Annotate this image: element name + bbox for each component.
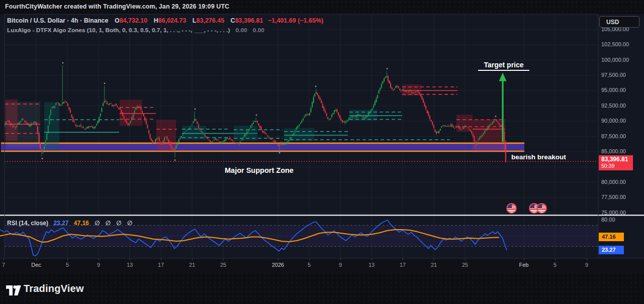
- time-tick-mark: [67, 258, 68, 260]
- price-tick-label: 97,500.00: [601, 72, 626, 78]
- indicator-value-1: 0.00: [236, 27, 247, 34]
- indicator-value-2: 0.00: [253, 27, 264, 34]
- price-tick-label: 75,000.00: [601, 210, 626, 216]
- price-tick-label: 92,500.00: [601, 103, 626, 109]
- rsi-legend[interactable]: RSI (14, close) 23.27 47.16 ∅ ∅ ∅ ∅: [7, 220, 134, 227]
- rsi-ma-tag: 47.16: [599, 233, 624, 241]
- ohlc-low-value: 83,276.45: [197, 17, 225, 24]
- creator-banner: FourthCityWatcher created with TradingVi…: [5, 3, 229, 10]
- time-tick-label: 13: [119, 262, 141, 268]
- us-flag-event-icon[interactable]: [536, 203, 547, 214]
- time-tick-mark: [524, 258, 524, 260]
- us-flag-event-icon[interactable]: [506, 203, 517, 214]
- price-tick-label: 85,000.00: [601, 148, 626, 154]
- footer-bar: [0, 273, 644, 304]
- rsi-current-value: 23.27: [53, 220, 68, 227]
- target-price-annotation[interactable]: Target price: [478, 61, 530, 69]
- price-axis[interactable]: 105,000.00102,500.00100,000.0097,500.009…: [599, 0, 644, 304]
- time-tick-label: 9: [576, 262, 598, 268]
- time-tick-mark: [340, 258, 341, 260]
- time-tick-mark: [309, 258, 310, 260]
- time-tick-mark: [161, 258, 161, 260]
- time-tick-mark: [587, 258, 587, 260]
- time-tick-label: 5: [544, 262, 566, 268]
- indicator-legend[interactable]: LuxAlgo - DTFX Algo Zones (10, 1, Both, …: [7, 27, 264, 34]
- target-price-underline: [478, 70, 529, 71]
- symbol-title: Bitcoin / U.S. Dollar · 4h · Binance: [7, 17, 108, 24]
- time-tick-label: 9: [329, 262, 351, 268]
- rsi-empty-values: ∅ ∅ ∅ ∅: [95, 220, 134, 227]
- time-tick-mark: [99, 258, 99, 260]
- rsi-current-tag: 23.27: [599, 246, 624, 254]
- currency-toggle-button[interactable]: USD: [599, 16, 639, 28]
- time-tick-label: Dec: [25, 262, 47, 268]
- ohlc-close-key: C: [231, 17, 235, 24]
- ohlc-close-value: 83,396.81: [235, 17, 263, 24]
- price-tick-label: 102,500.00: [601, 41, 629, 47]
- time-tick-label: 17: [392, 262, 414, 268]
- time-tick-mark: [4, 258, 4, 260]
- ohlc-high-key: H: [154, 17, 158, 24]
- price-tick-label: 95,000.00: [601, 87, 626, 93]
- price-tick-label: 80,000.00: [601, 179, 626, 185]
- price-tick-label: 90,000.00: [601, 118, 626, 124]
- time-tick-label: 25: [454, 262, 476, 268]
- price-tick-label: 100,000.00: [601, 57, 629, 63]
- time-tick-label: 5: [298, 262, 320, 268]
- time-tick-mark: [223, 258, 224, 260]
- price-tick-label: 77,500.00: [601, 194, 626, 200]
- time-tick-label: 5: [56, 262, 78, 268]
- ohlc-open-key: O: [115, 17, 120, 24]
- price-tick-label: 87,500.00: [601, 133, 626, 139]
- tradingview-brand-text[interactable]: TradingView: [24, 283, 84, 294]
- time-tick-mark: [278, 258, 279, 260]
- time-tick-mark: [403, 258, 403, 260]
- time-tick-mark: [465, 258, 466, 260]
- rsi-tick-label: 80.00: [601, 217, 615, 223]
- symbol-legend[interactable]: Bitcoin / U.S. Dollar · 4h · Binance O84…: [7, 17, 323, 24]
- time-tick-mark: [434, 258, 434, 260]
- time-tick-mark: [36, 258, 37, 260]
- time-tick-label: Feb: [513, 262, 535, 268]
- time-tick-label: 2026: [267, 262, 289, 268]
- time-tick-label: 17: [150, 262, 172, 268]
- time-axis[interactable]: 7Dec591317212520265913172125Feb59: [0, 258, 644, 273]
- time-tick-mark: [192, 258, 193, 260]
- time-tick-label: 13: [360, 262, 383, 268]
- current-price-tag: 83,396.8150:39: [599, 155, 633, 170]
- time-tick-label: 25: [212, 262, 234, 268]
- ohlc-high-value: 86,024.73: [158, 17, 187, 24]
- ohlc-open-value: 84,732.10: [120, 17, 148, 24]
- bar-countdown: 50:39: [601, 163, 633, 169]
- time-tick-mark: [130, 258, 130, 260]
- current-price-value: 83,396.81: [601, 156, 633, 163]
- support-zone-annotation[interactable]: Major Support Zone: [225, 166, 294, 174]
- time-tick-label: 9: [87, 262, 110, 268]
- time-tick-label: 21: [181, 262, 203, 268]
- tradingview-logo-icon[interactable]: [6, 285, 21, 296]
- rsi-ma-value: 47.16: [74, 220, 89, 227]
- ohlc-low-key: L: [193, 17, 197, 24]
- bearish-breakout-annotation[interactable]: bearish breakout: [511, 153, 566, 161]
- tradingview-window: FourthCityWatcher created with TradingVi…: [0, 0, 644, 304]
- rsi-title: RSI (14, close): [7, 220, 48, 227]
- time-tick-mark: [372, 258, 372, 260]
- time-tick-mark: [555, 258, 556, 260]
- indicator-title: LuxAlgo - DTFX Algo Zones (10, 1, Both, …: [7, 27, 230, 34]
- time-tick-label: 21: [423, 262, 445, 268]
- price-change: −1,401.69 (−1.65%): [268, 17, 324, 24]
- time-tick-label: 7: [0, 262, 15, 268]
